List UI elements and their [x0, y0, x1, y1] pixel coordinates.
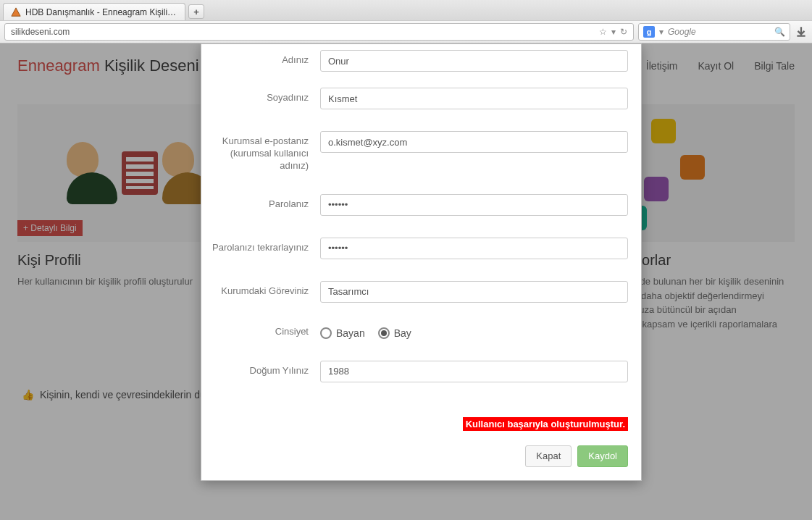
save-button[interactable]: Kaydol [577, 445, 628, 467]
search-icon[interactable]: 🔍 [774, 27, 785, 37]
radio-male[interactable]: Bay [378, 327, 411, 339]
url-text: silikdeseni.com [11, 27, 70, 37]
url-input[interactable]: silikdeseni.com ☆ ▾ ↻ [4, 23, 634, 41]
downloads-icon[interactable] [795, 25, 808, 38]
input-password2[interactable] [320, 238, 628, 259]
register-modal: Adınız Soyadınız Kurumsal e-postanız (ku… [201, 43, 642, 481]
row-gender: Cinsiyet Bayan Bay [201, 319, 628, 355]
row-email: Kurumsal e-postanız (kurumsal kullanıcı … [201, 125, 628, 188]
row-birth: Doğum Yılınız [201, 355, 628, 407]
browser-tab[interactable]: HDB Danışmanlık - Enneagram Kişilik De..… [3, 3, 185, 20]
tab-bar: HDB Danışmanlık - Enneagram Kişilik De..… [0, 0, 812, 20]
input-role[interactable] [320, 281, 628, 303]
svg-marker-0 [12, 7, 20, 15]
search-placeholder: Google [668, 27, 696, 37]
label-password: Parolanız [201, 194, 309, 211]
search-dropdown-icon[interactable]: ▾ [659, 27, 664, 37]
modal-footer: Kullanıcı başarıyla oluşturulmuştur. Kap… [201, 407, 641, 480]
input-surname[interactable] [320, 88, 628, 109]
favicon-icon [11, 7, 21, 17]
label-password2: Parolanızı tekrarlayınız [201, 238, 309, 254]
row-password: Parolanız [201, 188, 628, 232]
input-password[interactable] [320, 194, 628, 216]
label-birth: Doğum Yılınız [201, 361, 309, 377]
search-input[interactable]: g ▾ Google 🔍 [638, 23, 790, 41]
label-name: Adınız [201, 50, 309, 67]
close-button[interactable]: Kapat [525, 445, 572, 467]
radio-female[interactable]: Bayan [320, 327, 365, 339]
label-role: Kurumdaki Göreviniz [201, 281, 309, 298]
row-name: Adınız [201, 44, 628, 82]
label-surname: Soyadınız [201, 88, 309, 104]
browser-chrome: HDB Danışmanlık - Enneagram Kişilik De..… [0, 0, 812, 43]
tab-title: HDB Danışmanlık - Enneagram Kişilik De..… [25, 7, 177, 17]
row-surname: Soyadınız [201, 82, 628, 125]
new-tab-button[interactable]: + [188, 4, 204, 19]
input-name[interactable] [320, 50, 628, 72]
success-message: Kullanıcı başarıyla oluşturulmuştur. [463, 417, 628, 431]
row-role: Kurumdaki Göreviniz [201, 275, 628, 319]
label-gender: Cinsiyet [201, 324, 309, 338]
label-email: Kurumsal e-postanız (kurumsal kullanıcı … [201, 131, 309, 172]
address-bar: silikdeseni.com ☆ ▾ ↻ g ▾ Google 🔍 [0, 20, 812, 43]
dropdown-icon[interactable]: ▾ [611, 27, 616, 37]
page-content: Enneagram Kişilik Deseni Analiz İletişim… [0, 43, 812, 520]
bookmark-star-icon[interactable]: ☆ [599, 27, 607, 37]
input-birth[interactable] [320, 361, 628, 382]
input-email[interactable] [320, 131, 628, 153]
google-icon: g [643, 26, 655, 38]
row-password2: Parolanızı tekrarlayınız [201, 232, 628, 275]
reload-icon[interactable]: ↻ [620, 27, 627, 37]
